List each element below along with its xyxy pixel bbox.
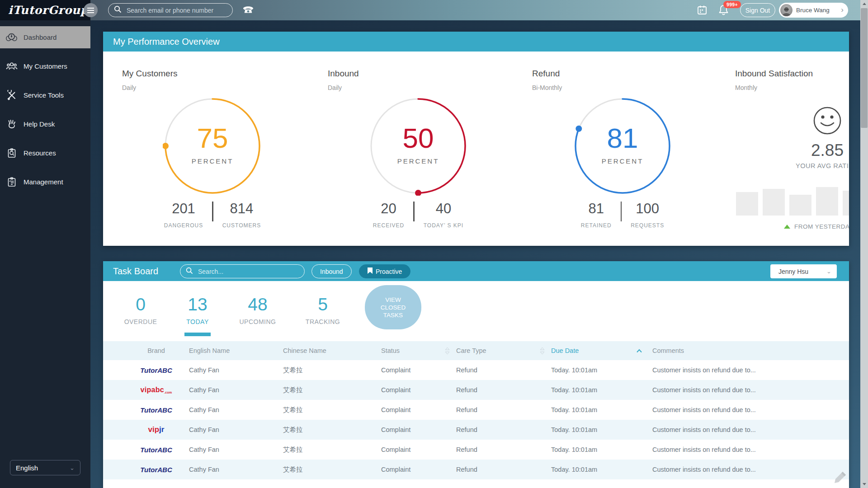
task-stat-today[interactable]: 13TODAY bbox=[168, 295, 227, 325]
sidebar: DashboardMy CustomersService ToolsHelp D… bbox=[0, 20, 90, 488]
sidebar-item-resources[interactable]: Resources bbox=[0, 142, 90, 164]
table-row[interactable]: TutorABCCathy Fan艾希拉ComplaintRefundToday… bbox=[103, 440, 849, 460]
customers-icon bbox=[5, 61, 18, 72]
view-closed-tasks-button[interactable]: VIEW CLOSED TASKS bbox=[365, 285, 421, 329]
table-row[interactable]: TutorABCCathy Fan艾希拉ComplaintRefundToday… bbox=[103, 460, 849, 479]
sort-icon[interactable] bbox=[445, 347, 450, 355]
notification-badge: 999+ bbox=[723, 1, 741, 8]
stat-label: REQUESTS bbox=[631, 222, 664, 229]
scrollbar-thumb[interactable] bbox=[861, 8, 868, 128]
cell-chinese-name: 艾希拉 bbox=[283, 426, 381, 434]
cell-brand: TutorABC bbox=[123, 466, 189, 474]
task-stat-overdue[interactable]: 0OVERDUE bbox=[111, 295, 170, 325]
column-header-due-date[interactable]: Due Date bbox=[551, 347, 652, 354]
cell-status: Complaint bbox=[381, 366, 456, 374]
cell-english-name: Cathy Fan bbox=[189, 446, 283, 453]
pencil-icon[interactable] bbox=[833, 470, 848, 486]
widget-my-customers: My CustomersDaily75PERCENT201DANGEROUS81… bbox=[113, 52, 312, 246]
stat-value: 81 bbox=[581, 201, 612, 217]
assignee-select[interactable]: Jenny Hsu ⌄ bbox=[770, 264, 837, 278]
tools-icon bbox=[5, 89, 18, 101]
widget-stats: 81RETAINED100REQUESTS bbox=[523, 201, 722, 229]
gauge-percent-label: PERCENT bbox=[113, 157, 312, 165]
sign-out-button[interactable]: Sign Out bbox=[740, 3, 775, 17]
widget-inbound: InboundDaily50PERCENT20RECEIVED40TODAY’ … bbox=[319, 52, 518, 246]
table-row[interactable]: TutorABCCathy Fan艾希拉ComplaintRefundToday… bbox=[103, 360, 849, 380]
cell-chinese-name: 艾希拉 bbox=[283, 465, 381, 474]
cell-english-name: Cathy Fan bbox=[189, 366, 283, 374]
stat-label: TODAY bbox=[168, 318, 227, 325]
cell-due-date: Today. 10:01am bbox=[551, 386, 652, 394]
active-stat-underline bbox=[184, 333, 211, 336]
taskboard-title: Task Board bbox=[113, 266, 158, 277]
gauge-percent-label: PERCENT bbox=[523, 157, 722, 165]
gauge-percent-label: PERCENT bbox=[319, 157, 518, 165]
chevron-right-icon: › bbox=[841, 6, 844, 14]
column-header-care-type[interactable]: Care Type bbox=[456, 347, 551, 355]
cell-comments: Customer insists on refund due to... bbox=[652, 366, 849, 374]
divider bbox=[413, 202, 415, 221]
calendar-icon[interactable] bbox=[697, 5, 708, 17]
stat-value: 201 bbox=[164, 201, 203, 217]
stat-value: 100 bbox=[631, 201, 664, 217]
filter-inbound[interactable]: Inbound bbox=[311, 264, 352, 278]
trend-up-icon bbox=[784, 225, 790, 229]
sidebar-item-help-desk[interactable]: Help Desk bbox=[0, 113, 90, 135]
widget-title: Refund bbox=[532, 69, 560, 79]
language-select[interactable]: English ⌄ bbox=[10, 460, 80, 475]
task-search bbox=[180, 264, 305, 278]
sidebar-item-my-customers[interactable]: My Customers bbox=[0, 55, 90, 77]
cell-comments: Customer insists on refund due to... bbox=[652, 446, 849, 453]
customer-search bbox=[108, 3, 233, 17]
cell-english-name: Cathy Fan bbox=[189, 426, 283, 433]
stat-label: TRACKING bbox=[293, 318, 352, 325]
cell-care-type: Refund bbox=[456, 386, 551, 394]
scrollbar[interactable] bbox=[860, 0, 868, 488]
column-header-comments: Comments bbox=[652, 347, 849, 354]
cell-brand: TutorABC bbox=[123, 406, 189, 414]
cell-due-date: Today. 10:01am bbox=[551, 426, 652, 433]
sidebar-item-label: Management bbox=[24, 178, 63, 186]
cell-due-date: Today. 10:01am bbox=[551, 406, 652, 413]
sidebar-item-dashboard[interactable]: Dashboard bbox=[0, 26, 90, 48]
stat-label: TODAY’ S KPI bbox=[424, 222, 463, 229]
widget-refund: RefundBi-Monthly81PERCENT81RETAINED100RE… bbox=[523, 52, 722, 246]
chevron-down-icon: ⌄ bbox=[826, 268, 831, 275]
filter-proactive[interactable]: Proactive bbox=[359, 264, 410, 278]
table-row[interactable]: TutorABCCathy Fan艾希拉ComplaintRefundToday… bbox=[103, 400, 849, 420]
sidebar-item-management[interactable]: Management bbox=[0, 171, 90, 193]
phone-icon[interactable] bbox=[242, 4, 254, 17]
cell-status: Complaint bbox=[381, 446, 456, 453]
menu-button[interactable] bbox=[84, 3, 98, 17]
scroll-up-arrow[interactable] bbox=[860, 0, 868, 8]
cell-due-date: Today. 10:01am bbox=[551, 446, 652, 453]
sidebar-item-label: Service Tools bbox=[24, 91, 64, 99]
task-search-input[interactable] bbox=[197, 267, 299, 276]
cell-status: Complaint bbox=[381, 406, 456, 413]
gauge-percent-value: 81 bbox=[523, 124, 722, 153]
stat-value: 5 bbox=[293, 295, 352, 314]
stat-value: 13 bbox=[168, 295, 227, 314]
stat-label: OVERDUE bbox=[111, 318, 170, 325]
cell-due-date: Today. 10:01am bbox=[551, 366, 652, 374]
scroll-down-arrow[interactable] bbox=[860, 480, 868, 488]
user-menu[interactable]: Bruce Wang › bbox=[779, 3, 848, 18]
column-header-status[interactable]: Status bbox=[381, 347, 456, 355]
avg-rating-value: 2.85 bbox=[735, 141, 849, 160]
gauge-percent-value: 75 bbox=[113, 124, 312, 153]
task-stat-tracking[interactable]: 5TRACKING bbox=[293, 295, 352, 325]
cell-english-name: Cathy Fan bbox=[189, 466, 283, 473]
sidebar-item-service-tools[interactable]: Service Tools bbox=[0, 84, 90, 106]
task-stat-upcoming[interactable]: 48UPCOMING bbox=[228, 295, 287, 325]
satisfaction-bar-chart bbox=[736, 187, 849, 216]
sidebar-item-label: My Customers bbox=[24, 62, 67, 70]
table-row[interactable]: vipjrCathy Fan艾希拉ComplaintRefundToday. 1… bbox=[103, 420, 849, 440]
column-header-brand: Brand bbox=[123, 347, 189, 354]
search-input[interactable] bbox=[126, 6, 227, 14]
dashboard-icon bbox=[5, 32, 18, 43]
sort-icon[interactable] bbox=[540, 347, 545, 355]
table-row[interactable]: vipabc.comCathy Fan艾希拉ComplaintRefundTod… bbox=[103, 380, 849, 400]
cell-comments: Customer insists on refund due to... bbox=[652, 406, 849, 413]
topbar: iTutorGroup 999+ Sign Out Bruce Wang › bbox=[0, 0, 868, 20]
performance-title: My Performance Overview bbox=[113, 37, 220, 47]
